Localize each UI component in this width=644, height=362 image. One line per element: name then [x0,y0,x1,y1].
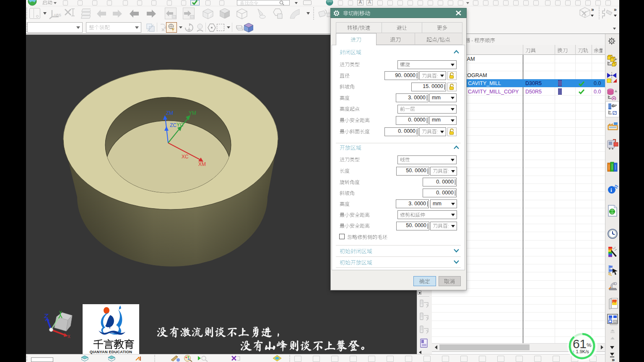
svg-text:ABS: ABS [54,13,61,17]
svg-text:YC: YC [177,122,184,128]
svg-text:i: i [610,187,612,193]
svg-text:Y: Y [59,310,62,315]
svg-text:XC: XC [182,154,189,160]
svg-text:ZM: ZM [166,110,173,116]
svg-text:ZC: ZC [170,122,177,128]
svg-text:X: X [68,334,70,339]
svg-text:XM: XM [198,161,206,167]
svg-text:YM: YM [189,110,196,116]
